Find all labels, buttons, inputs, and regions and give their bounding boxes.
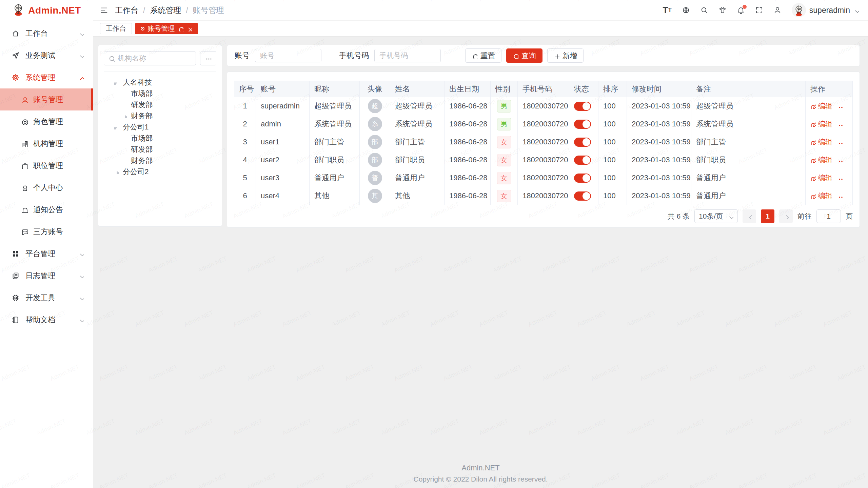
tab-refresh-icon[interactable] — [178, 26, 183, 32]
sidebar-item-profile-center[interactable]: 个人中心 — [0, 177, 93, 199]
next-page-button[interactable] — [779, 209, 793, 223]
fullscreen-icon[interactable] — [755, 6, 763, 14]
tree-node[interactable]: 市场部 — [104, 88, 216, 99]
column-header: 头像 — [360, 81, 390, 97]
search-icon — [513, 53, 518, 59]
tab-account-management[interactable]: 账号管理 — [135, 23, 198, 34]
more-actions-button[interactable] — [838, 103, 844, 109]
sidebar-item-help-docs[interactable]: 帮助文档 — [0, 309, 93, 331]
sidebar-item-dev-tools[interactable]: 开发工具 — [0, 287, 93, 309]
tree-node[interactable]: 研发部 — [104, 99, 216, 110]
chat-icon — [21, 228, 28, 235]
font-size-icon[interactable]: TT — [663, 5, 672, 16]
page-1-button[interactable]: 1 — [761, 209, 774, 223]
cell-phone: 18020030720 — [518, 133, 569, 151]
edit-button[interactable]: 编辑 — [810, 191, 832, 201]
table-row: 5user3普通用户普普通用户1986-06-28女18020030720100… — [234, 169, 853, 187]
account-filter-input[interactable] — [255, 49, 321, 62]
gender-tag: 男 — [497, 100, 511, 113]
edit-button[interactable]: 编辑 — [810, 155, 832, 165]
sidebar-item-notice[interactable]: 通知公告 — [0, 199, 93, 221]
language-icon[interactable] — [682, 6, 690, 14]
edit-button[interactable]: 编辑 — [810, 101, 832, 111]
menu-fold-icon[interactable] — [100, 6, 108, 14]
gender-tag: 女 — [497, 172, 511, 184]
add-button[interactable]: 新增 — [547, 48, 584, 63]
more-actions-button[interactable] — [838, 157, 844, 163]
user-avatar — [792, 3, 806, 17]
prev-page-button[interactable] — [743, 209, 756, 223]
sidebar-item-log-management[interactable]: 日志管理 — [0, 265, 93, 287]
status-toggle[interactable] — [574, 102, 591, 111]
column-header: 性别 — [491, 81, 518, 97]
caret-expanded-icon[interactable] — [114, 124, 123, 129]
status-toggle[interactable] — [574, 191, 591, 201]
column-header: 姓名 — [390, 81, 445, 97]
status-toggle[interactable] — [574, 138, 591, 147]
cell-name: 超级管理员 — [390, 97, 445, 115]
cell-account: user3 — [256, 169, 310, 187]
query-button[interactable]: 查询 — [506, 48, 542, 63]
tree-node[interactable]: 分公司1 — [104, 121, 216, 133]
sidebar-item-workbench[interactable]: 工作台 — [0, 22, 93, 44]
edit-button[interactable]: 编辑 — [810, 119, 832, 129]
more-actions-button[interactable] — [838, 175, 844, 181]
reset-button[interactable]: 重置 — [465, 48, 501, 63]
org-more-button[interactable] — [200, 51, 216, 65]
status-toggle[interactable] — [574, 174, 591, 183]
edit-button[interactable]: 编辑 — [810, 173, 832, 183]
sidebar-item-position-management[interactable]: 职位管理 — [0, 155, 93, 177]
caret-collapsed-icon[interactable] — [122, 113, 131, 118]
more-actions-button[interactable] — [838, 121, 844, 127]
sidebar-item-platform-management[interactable]: 平台管理 — [0, 243, 93, 265]
column-header: 修改时间 — [627, 81, 691, 97]
phone-filter-input[interactable] — [374, 49, 441, 62]
status-toggle[interactable] — [574, 156, 591, 165]
tree-node[interactable]: 财务部 — [104, 110, 216, 121]
goto-page-input[interactable] — [816, 209, 841, 223]
sidebar-item-system-management[interactable]: 系统管理 — [0, 66, 93, 88]
tree-node[interactable]: 市场部 — [104, 133, 216, 144]
gender-tag: 男 — [497, 118, 511, 130]
logo-mascot-icon — [12, 3, 25, 18]
sidebar-item-business-test[interactable]: 业务测试 — [0, 44, 93, 66]
cpu-icon — [12, 294, 20, 302]
cell-account: user4 — [256, 187, 310, 205]
breadcrumb-item[interactable]: 工作台 — [115, 5, 138, 16]
notification-bell-icon[interactable] — [737, 6, 745, 14]
sidebar-item-role-management[interactable]: 角色管理 — [0, 110, 93, 133]
chevron-up-icon — [78, 75, 84, 80]
status-toggle[interactable] — [574, 120, 591, 129]
breadcrumb: 工作台 / 系统管理 / 账号管理 — [115, 5, 224, 16]
user-name: superadmin — [809, 6, 850, 15]
caret-expanded-icon[interactable] — [114, 80, 123, 85]
page-size-select[interactable]: 10条/页 — [694, 209, 738, 223]
more-actions-button[interactable] — [838, 139, 844, 145]
cell-name: 系统管理员 — [390, 115, 445, 133]
theme-shirt-icon[interactable] — [718, 6, 727, 14]
search-icon[interactable] — [700, 6, 708, 14]
app-logo[interactable]: Admin.NET — [0, 0, 93, 21]
sidebar-item-account-management[interactable]: 账号管理 — [0, 88, 93, 110]
sidebar-item-org-management[interactable]: 机构管理 — [0, 133, 93, 155]
org-search-input[interactable] — [118, 54, 192, 62]
caret-collapsed-icon[interactable] — [114, 169, 123, 174]
edit-icon — [810, 157, 816, 163]
tree-node[interactable]: 大名科技 — [104, 77, 216, 88]
tab-workbench[interactable]: 工作台 — [100, 23, 132, 34]
more-actions-button[interactable] — [838, 193, 844, 199]
tab-close-icon[interactable] — [186, 26, 192, 32]
profile-icon[interactable] — [773, 6, 782, 14]
cell-nickname: 系统管理员 — [310, 115, 360, 133]
cell-index: 6 — [234, 187, 256, 205]
tab-bar: 工作台 账号管理 — [93, 21, 868, 37]
cell-modified-time: 2023-01-03 10:59:44 — [627, 187, 691, 205]
edit-button[interactable]: 编辑 — [810, 137, 832, 147]
refresh-icon — [472, 53, 477, 59]
breadcrumb-item[interactable]: 系统管理 — [150, 5, 181, 16]
user-menu[interactable]: superadmin — [792, 3, 859, 17]
sidebar-item-third-party-account[interactable]: 三方账号 — [0, 221, 93, 243]
tree-node[interactable]: 分公司2 — [104, 166, 216, 177]
tree-node[interactable]: 财务部 — [104, 155, 216, 166]
tree-node[interactable]: 研发部 — [104, 144, 216, 155]
